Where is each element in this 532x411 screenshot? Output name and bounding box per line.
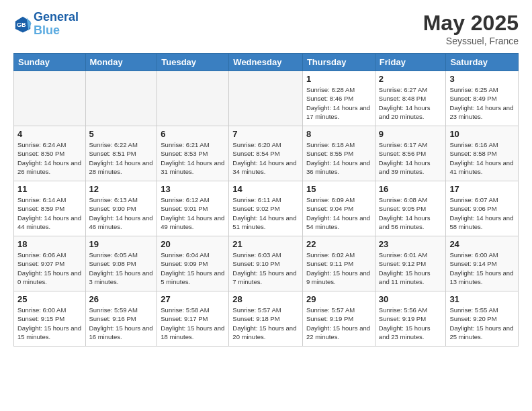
- day-number: 9: [379, 129, 443, 139]
- week-row-4: 25Sunrise: 6:00 AM Sunset: 9:15 PM Dayli…: [14, 291, 519, 347]
- day-number: 24: [449, 239, 515, 249]
- calendar-cell: 20Sunrise: 6:04 AM Sunset: 9:09 PM Dayli…: [157, 236, 229, 291]
- col-saturday: Saturday: [446, 54, 519, 71]
- calendar-cell: 26Sunrise: 5:59 AM Sunset: 9:16 PM Dayli…: [85, 291, 157, 347]
- day-info: Sunrise: 5:59 AM Sunset: 9:16 PM Dayligh…: [89, 306, 154, 341]
- day-info: Sunrise: 6:20 AM Sunset: 8:54 PM Dayligh…: [232, 140, 299, 176]
- logo-icon: GB: [13, 15, 32, 34]
- calendar-cell: 10Sunrise: 6:16 AM Sunset: 8:58 PM Dayli…: [446, 126, 519, 181]
- day-number: 12: [89, 184, 154, 194]
- calendar-cell: 22Sunrise: 6:02 AM Sunset: 9:11 PM Dayli…: [302, 236, 375, 291]
- day-info: Sunrise: 6:12 AM Sunset: 9:01 PM Dayligh…: [161, 195, 225, 231]
- day-number: 23: [379, 239, 443, 249]
- day-number: 25: [17, 294, 82, 304]
- day-number: 31: [449, 294, 515, 304]
- day-info: Sunrise: 6:22 AM Sunset: 8:51 PM Dayligh…: [89, 140, 154, 176]
- calendar-cell: 28Sunrise: 5:57 AM Sunset: 9:18 PM Dayli…: [229, 291, 303, 347]
- day-number: 11: [17, 184, 82, 194]
- col-wednesday: Wednesday: [229, 54, 303, 71]
- day-info: Sunrise: 6:14 AM Sunset: 8:59 PM Dayligh…: [17, 195, 82, 231]
- col-sunday: Sunday: [14, 54, 86, 71]
- day-number: 18: [17, 239, 82, 249]
- day-info: Sunrise: 6:08 AM Sunset: 9:05 PM Dayligh…: [379, 195, 443, 231]
- day-number: 3: [449, 74, 515, 84]
- calendar-cell: 24Sunrise: 6:00 AM Sunset: 9:14 PM Dayli…: [446, 236, 519, 291]
- day-info: Sunrise: 6:18 AM Sunset: 8:55 PM Dayligh…: [306, 140, 371, 176]
- col-monday: Monday: [85, 54, 157, 71]
- calendar-cell: 15Sunrise: 6:09 AM Sunset: 9:04 PM Dayli…: [302, 181, 375, 236]
- calendar-cell: 8Sunrise: 6:18 AM Sunset: 8:55 PM Daylig…: [302, 126, 375, 181]
- week-row-1: 4Sunrise: 6:24 AM Sunset: 8:50 PM Daylig…: [14, 126, 519, 181]
- day-number: 26: [89, 294, 154, 304]
- day-info: Sunrise: 6:06 AM Sunset: 9:07 PM Dayligh…: [17, 250, 82, 286]
- day-info: Sunrise: 5:56 AM Sunset: 9:19 PM Dayligh…: [379, 306, 443, 341]
- calendar-cell: 12Sunrise: 6:13 AM Sunset: 9:00 PM Dayli…: [85, 181, 157, 236]
- day-number: 1: [306, 74, 371, 84]
- calendar-cell: 21Sunrise: 6:03 AM Sunset: 9:10 PM Dayli…: [229, 236, 303, 291]
- logo-text: General Blue: [34, 11, 79, 38]
- day-info: Sunrise: 5:58 AM Sunset: 9:17 PM Dayligh…: [161, 306, 225, 341]
- calendar-cell: 4Sunrise: 6:24 AM Sunset: 8:50 PM Daylig…: [14, 126, 86, 181]
- calendar-cell: 31Sunrise: 5:55 AM Sunset: 9:20 PM Dayli…: [446, 291, 519, 347]
- day-number: 6: [161, 129, 225, 139]
- day-info: Sunrise: 5:57 AM Sunset: 9:19 PM Dayligh…: [306, 306, 371, 341]
- day-info: Sunrise: 6:28 AM Sunset: 8:46 PM Dayligh…: [306, 85, 371, 121]
- day-number: 22: [306, 239, 371, 249]
- day-number: 30: [379, 294, 443, 304]
- header: GB General Blue May 2025 Seyssuel, Franc…: [13, 11, 519, 46]
- calendar-subtitle: Seyssuel, France: [423, 36, 519, 46]
- day-info: Sunrise: 6:21 AM Sunset: 8:53 PM Dayligh…: [161, 140, 225, 176]
- calendar-cell: 16Sunrise: 6:08 AM Sunset: 9:05 PM Dayli…: [375, 181, 446, 236]
- day-info: Sunrise: 6:09 AM Sunset: 9:04 PM Dayligh…: [306, 195, 371, 231]
- day-number: 4: [17, 129, 82, 139]
- day-info: Sunrise: 5:57 AM Sunset: 9:18 PM Dayligh…: [232, 306, 299, 341]
- day-info: Sunrise: 5:55 AM Sunset: 9:20 PM Dayligh…: [449, 306, 515, 341]
- day-number: 7: [232, 129, 299, 139]
- day-number: 27: [161, 294, 225, 304]
- week-row-2: 11Sunrise: 6:14 AM Sunset: 8:59 PM Dayli…: [14, 181, 519, 236]
- day-info: Sunrise: 6:00 AM Sunset: 9:15 PM Dayligh…: [17, 306, 82, 341]
- day-info: Sunrise: 6:04 AM Sunset: 9:09 PM Dayligh…: [161, 250, 225, 286]
- col-tuesday: Tuesday: [157, 54, 229, 71]
- day-number: 14: [232, 184, 299, 194]
- calendar-cell: [14, 71, 86, 126]
- calendar-cell: 18Sunrise: 6:06 AM Sunset: 9:07 PM Dayli…: [14, 236, 86, 291]
- svg-text:GB: GB: [17, 21, 26, 28]
- col-thursday: Thursday: [302, 54, 375, 71]
- page: GB General Blue May 2025 Seyssuel, Franc…: [0, 0, 532, 411]
- day-info: Sunrise: 6:27 AM Sunset: 8:48 PM Dayligh…: [379, 85, 443, 121]
- day-info: Sunrise: 6:24 AM Sunset: 8:50 PM Dayligh…: [17, 140, 82, 176]
- day-number: 20: [161, 239, 225, 249]
- day-info: Sunrise: 6:01 AM Sunset: 9:12 PM Dayligh…: [379, 250, 443, 286]
- calendar-cell: 2Sunrise: 6:27 AM Sunset: 8:48 PM Daylig…: [375, 71, 446, 126]
- calendar-cell: 7Sunrise: 6:20 AM Sunset: 8:54 PM Daylig…: [229, 126, 303, 181]
- day-info: Sunrise: 6:13 AM Sunset: 9:00 PM Dayligh…: [89, 195, 154, 231]
- day-info: Sunrise: 6:00 AM Sunset: 9:14 PM Dayligh…: [449, 250, 515, 286]
- calendar-cell: 14Sunrise: 6:11 AM Sunset: 9:02 PM Dayli…: [229, 181, 303, 236]
- calendar-table: Sunday Monday Tuesday Wednesday Thursday…: [13, 53, 519, 347]
- day-number: 19: [89, 239, 154, 249]
- header-row: Sunday Monday Tuesday Wednesday Thursday…: [14, 54, 519, 71]
- title-block: May 2025 Seyssuel, France: [423, 11, 519, 46]
- day-number: 16: [379, 184, 443, 194]
- day-number: 15: [306, 184, 371, 194]
- day-number: 5: [89, 129, 154, 139]
- day-info: Sunrise: 6:02 AM Sunset: 9:11 PM Dayligh…: [306, 250, 371, 286]
- calendar-cell: [157, 71, 229, 126]
- day-info: Sunrise: 6:25 AM Sunset: 8:49 PM Dayligh…: [449, 85, 515, 121]
- day-number: 21: [232, 239, 299, 249]
- week-row-3: 18Sunrise: 6:06 AM Sunset: 9:07 PM Dayli…: [14, 236, 519, 291]
- calendar-cell: 6Sunrise: 6:21 AM Sunset: 8:53 PM Daylig…: [157, 126, 229, 181]
- calendar-cell: 23Sunrise: 6:01 AM Sunset: 9:12 PM Dayli…: [375, 236, 446, 291]
- calendar-cell: 19Sunrise: 6:05 AM Sunset: 9:08 PM Dayli…: [85, 236, 157, 291]
- calendar-cell: 27Sunrise: 5:58 AM Sunset: 9:17 PM Dayli…: [157, 291, 229, 347]
- day-info: Sunrise: 6:03 AM Sunset: 9:10 PM Dayligh…: [232, 250, 299, 286]
- calendar-cell: 13Sunrise: 6:12 AM Sunset: 9:01 PM Dayli…: [157, 181, 229, 236]
- week-row-0: 1Sunrise: 6:28 AM Sunset: 8:46 PM Daylig…: [14, 71, 519, 126]
- day-number: 29: [306, 294, 371, 304]
- calendar-cell: [229, 71, 303, 126]
- day-info: Sunrise: 6:07 AM Sunset: 9:06 PM Dayligh…: [449, 195, 515, 231]
- calendar-cell: [85, 71, 157, 126]
- day-number: 13: [161, 184, 225, 194]
- day-number: 8: [306, 129, 371, 139]
